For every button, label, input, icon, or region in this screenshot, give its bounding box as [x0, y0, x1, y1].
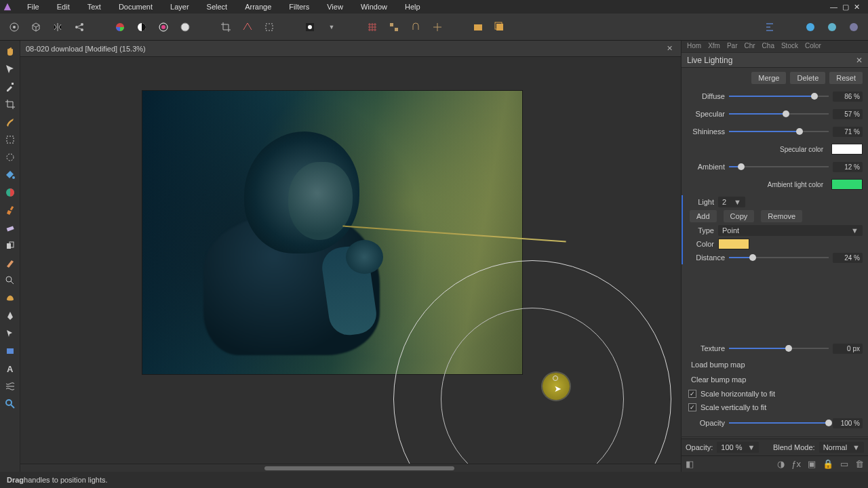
- blend-mode-select[interactable]: Normal▼: [819, 442, 864, 453]
- menu-text[interactable]: Text: [85, 1, 104, 12]
- marquee-rect-tool-icon[interactable]: [3, 133, 17, 146]
- clear-bump-button[interactable]: Clear bump map: [687, 374, 863, 385]
- scale-h-checkbox[interactable]: [688, 390, 696, 398]
- sponge-tool-icon[interactable]: [3, 291, 17, 305]
- inpaint-tool-icon[interactable]: [3, 256, 17, 270]
- erase-tool-icon[interactable]: [3, 221, 17, 235]
- shininess-slider[interactable]: [729, 127, 829, 136]
- persona-liquify-icon[interactable]: [825, 20, 840, 35]
- adjustment-layer-icon[interactable]: ◑: [777, 459, 785, 469]
- menu-select[interactable]: Select: [204, 1, 231, 12]
- contrast-icon[interactable]: [134, 20, 149, 35]
- window-controls[interactable]: — ▢ ✕: [830, 3, 865, 12]
- cube-icon[interactable]: [28, 20, 43, 35]
- levels-icon[interactable]: [178, 20, 193, 35]
- menu-help[interactable]: Help: [402, 1, 423, 12]
- zoom-tool-icon[interactable]: [3, 397, 17, 411]
- flood-fill-tool-icon[interactable]: [3, 168, 17, 182]
- mask-layer-icon[interactable]: ▣: [808, 459, 816, 469]
- canvas[interactable]: ➤: [20, 57, 681, 464]
- texture-value[interactable]: 0 px: [833, 344, 863, 354]
- fx-icon[interactable]: ƒx: [791, 459, 801, 469]
- opacity-slider[interactable]: [729, 418, 829, 428]
- pixel-grid-icon[interactable]: [387, 20, 401, 35]
- text-tool-icon[interactable]: A: [3, 362, 17, 375]
- tab-histogram[interactable]: Hom: [687, 42, 701, 51]
- dodge-tool-icon[interactable]: [3, 274, 17, 287]
- hand-tool-icon[interactable]: [3, 45, 17, 58]
- shininess-value[interactable]: 71 %: [833, 127, 863, 137]
- menu-file[interactable]: File: [24, 1, 42, 12]
- layer-opacity-select[interactable]: 100 %▼: [717, 442, 759, 453]
- scale-h-row[interactable]: Scale horizontally to fit: [687, 389, 863, 399]
- reset-view-icon[interactable]: [7, 20, 22, 35]
- tab-character[interactable]: Chr: [744, 42, 755, 51]
- tab-channels[interactable]: Cha: [762, 42, 774, 51]
- ambient-value[interactable]: 12 %: [833, 162, 863, 172]
- ambient-slider[interactable]: [729, 162, 829, 171]
- transform-icon[interactable]: [240, 20, 255, 35]
- menu-layer[interactable]: Layer: [167, 1, 192, 12]
- opacity-value[interactable]: 100 %: [833, 418, 863, 428]
- menu-arrange[interactable]: Arrange: [242, 1, 274, 12]
- color-wheel-icon[interactable]: [113, 20, 127, 35]
- diffuse-value[interactable]: 86 %: [833, 92, 863, 102]
- dropdown-caret-icon[interactable]: ▼: [324, 20, 339, 35]
- light-color-swatch[interactable]: [718, 239, 749, 249]
- copy-light-button[interactable]: Copy: [724, 210, 755, 222]
- gradient-tool-icon[interactable]: [3, 186, 17, 199]
- menu-window[interactable]: Window: [358, 1, 390, 12]
- ambient-color-swatch[interactable]: [831, 179, 863, 190]
- clone-tool-icon[interactable]: [3, 239, 17, 252]
- shape-rect-tool-icon[interactable]: [3, 344, 17, 358]
- delete-button[interactable]: Delete: [790, 72, 825, 84]
- specular-color-swatch[interactable]: [831, 144, 863, 155]
- distance-value[interactable]: 24 %: [833, 253, 863, 263]
- reset-button[interactable]: Reset: [829, 72, 863, 84]
- group-icon[interactable]: ▭: [840, 459, 848, 469]
- marquee-ellipse-tool-icon[interactable]: [3, 150, 17, 164]
- tab-stock[interactable]: Stock: [781, 42, 798, 51]
- pen-tool-icon[interactable]: [3, 309, 17, 323]
- move-tool-icon[interactable]: [3, 62, 17, 76]
- align-icon[interactable]: [762, 20, 777, 35]
- distance-slider[interactable]: [729, 253, 829, 262]
- type-select[interactable]: Point▼: [718, 225, 863, 236]
- menu-document[interactable]: Document: [116, 1, 155, 12]
- share-icon[interactable]: [72, 20, 87, 35]
- guides-icon[interactable]: [430, 20, 445, 35]
- menu-edit[interactable]: Edit: [54, 1, 73, 12]
- node-tool-icon[interactable]: [3, 327, 17, 340]
- paint-brush-tool-icon[interactable]: [3, 203, 17, 217]
- lock-icon[interactable]: 🔒: [823, 459, 833, 469]
- layers-icon[interactable]: ◧: [686, 459, 694, 469]
- specular-value[interactable]: 57 %: [833, 109, 863, 119]
- menu-view[interactable]: View: [324, 1, 346, 12]
- mask-icon[interactable]: [302, 20, 317, 35]
- scale-v-row[interactable]: Scale vertically to fit: [687, 403, 863, 412]
- load-bump-button[interactable]: Load bump map: [687, 359, 863, 370]
- light-gizmo-handle[interactable]: [553, 375, 558, 381]
- selection-icon[interactable]: [262, 20, 277, 35]
- mirror-icon[interactable]: [50, 20, 65, 35]
- scale-v-checkbox[interactable]: [688, 403, 696, 411]
- menu-filters[interactable]: Filters: [286, 1, 312, 12]
- persona-photo-icon[interactable]: [803, 20, 818, 35]
- grid-icon[interactable]: [365, 20, 380, 35]
- diffuse-slider[interactable]: [729, 92, 829, 101]
- specular-slider[interactable]: [729, 109, 829, 119]
- crop-tool-icon[interactable]: [3, 98, 17, 111]
- hsl-icon[interactable]: [156, 20, 171, 35]
- snap-icon[interactable]: [408, 20, 423, 35]
- color-picker-tool-icon[interactable]: [3, 80, 17, 94]
- mesh-tool-icon[interactable]: [3, 380, 17, 393]
- tab-color[interactable]: Color: [805, 42, 821, 51]
- trash-icon[interactable]: 🗑: [855, 459, 864, 469]
- crop-icon[interactable]: [218, 20, 233, 35]
- close-document-icon[interactable]: ✕: [664, 44, 675, 53]
- add-light-button[interactable]: Add: [690, 210, 717, 222]
- persona-develop-icon[interactable]: [846, 20, 861, 35]
- remove-light-button[interactable]: Remove: [761, 210, 802, 222]
- merge-button[interactable]: Merge: [751, 72, 786, 84]
- tab-transform[interactable]: Xfm: [708, 42, 720, 51]
